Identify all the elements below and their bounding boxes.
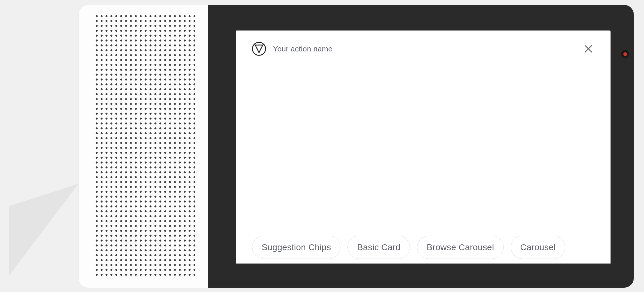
action-title: Your action name [273,44,333,53]
card-header: Your action name [236,31,611,57]
device-stand [9,184,79,276]
chip-label: Suggestion Chips [262,242,331,252]
screen-bezel: Your action name Suggestion Chips Basic … [208,5,634,288]
chip-browse-carousel[interactable]: Browse Carousel [417,236,503,259]
close-icon [584,44,593,53]
smart-display-device: Your action name Suggestion Chips Basic … [78,5,634,288]
chip-carousel[interactable]: Carousel [511,236,565,259]
chip-label: Carousel [520,242,556,252]
action-logo-icon [252,42,266,56]
recording-indicator-dot [623,52,627,56]
speaker-panel [79,5,208,288]
chip-suggestion-chips[interactable]: Suggestion Chips [252,236,340,259]
recording-indicator [621,50,629,58]
speaker-grill [94,14,195,277]
chip-label: Basic Card [357,242,400,252]
close-button[interactable] [583,43,594,55]
chip-label: Browse Carousel [427,242,494,252]
chip-basic-card[interactable]: Basic Card [347,236,410,259]
card-body [236,57,611,236]
suggestion-chips-row: Suggestion Chips Basic Card Browse Carou… [236,236,611,264]
assistant-card: Your action name Suggestion Chips Basic … [236,31,611,264]
